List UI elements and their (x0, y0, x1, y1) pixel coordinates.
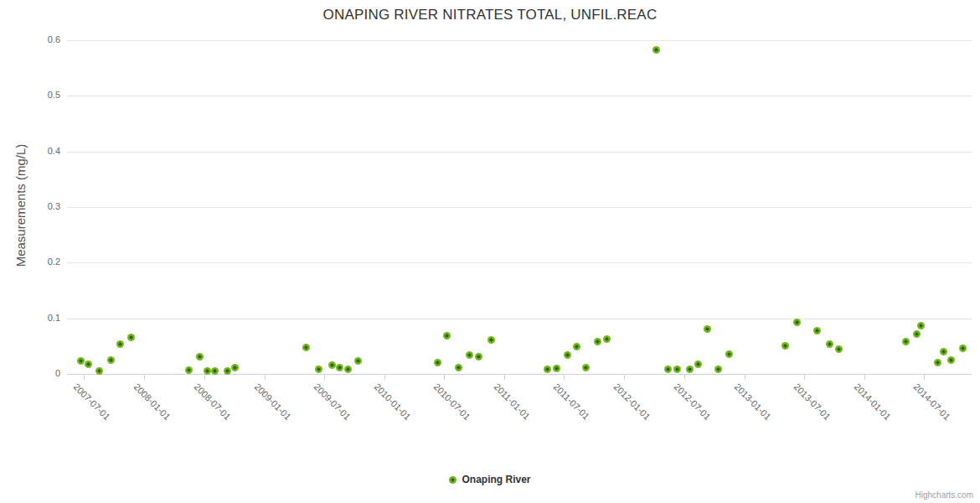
x-axis-tick (564, 375, 565, 380)
x-axis-tick (864, 375, 865, 380)
data-point[interactable] (694, 360, 702, 368)
x-axis-tick-label: 2013-01-01 (732, 381, 772, 422)
x-axis-tick-label: 2008-07-01 (192, 381, 232, 422)
x-axis-tick (84, 375, 85, 380)
data-point[interactable] (917, 322, 925, 329)
data-point[interactable] (95, 367, 103, 375)
x-axis-tick-label: 2013-07-01 (792, 381, 832, 422)
x-axis-tick (684, 375, 685, 380)
legend[interactable]: Onaping River (0, 474, 980, 485)
data-point[interactable] (443, 332, 451, 340)
data-point[interactable] (466, 351, 473, 359)
data-point[interactable] (913, 330, 921, 338)
x-axis-tick (504, 375, 505, 380)
data-point[interactable] (107, 356, 115, 364)
data-point[interactable] (573, 343, 580, 350)
data-point[interactable] (664, 366, 672, 373)
x-axis-tick (624, 375, 625, 380)
data-point[interactable] (434, 359, 441, 366)
x-axis-tick-label: 2009-07-01 (312, 381, 352, 422)
data-point[interactable] (544, 366, 551, 373)
data-point[interactable] (315, 366, 322, 373)
x-axis-tick-label: 2014-07-01 (912, 381, 952, 422)
x-axis-tick-label: 2009-01-01 (252, 381, 292, 422)
data-point[interactable] (959, 345, 967, 352)
data-point[interactable] (781, 342, 789, 350)
y-axis-tick-label: 0 (0, 368, 60, 378)
data-point[interactable] (127, 334, 135, 341)
x-axis-tick (444, 375, 445, 380)
data-point[interactable] (336, 364, 343, 371)
y-gridline (67, 262, 972, 263)
data-point[interactable] (354, 357, 362, 365)
data-point[interactable] (116, 340, 124, 348)
x-axis-tick-label: 2012-01-01 (612, 381, 652, 422)
x-axis-tick (745, 375, 745, 380)
data-point[interactable] (487, 336, 495, 344)
data-point[interactable] (902, 338, 910, 345)
x-axis-tick-label: 2011-07-01 (552, 381, 592, 422)
data-point[interactable] (686, 366, 694, 373)
y-gridline (67, 96, 972, 96)
data-point[interactable] (940, 348, 947, 355)
data-point[interactable] (185, 366, 193, 374)
x-axis-tick (204, 375, 205, 380)
y-gridline (67, 152, 972, 153)
scatter-chart: ONAPING RIVER NITRATES TOTAL, UNFIL.REAC… (0, 0, 980, 503)
x-axis-tick (804, 375, 805, 380)
data-point[interactable] (196, 353, 204, 360)
data-point[interactable] (934, 359, 941, 366)
data-point[interactable] (302, 344, 310, 351)
data-point[interactable] (77, 357, 85, 365)
highcharts-credits-link[interactable]: Highcharts.com (916, 490, 973, 500)
x-axis-tick-label: 2012-07-01 (672, 381, 712, 422)
data-point[interactable] (673, 366, 681, 373)
data-point[interactable] (564, 351, 571, 359)
data-point[interactable] (652, 46, 660, 54)
data-point[interactable] (231, 364, 239, 371)
data-point[interactable] (813, 327, 821, 334)
data-point[interactable] (725, 350, 733, 358)
data-point[interactable] (553, 365, 560, 372)
x-axis-tick-label: 2010-01-01 (372, 381, 412, 422)
data-point[interactable] (826, 340, 833, 348)
y-axis-tick-label: 0.1 (0, 313, 60, 323)
x-axis-tick-label: 2008-01-01 (132, 381, 173, 422)
x-axis-tick-label: 2010-07-01 (431, 381, 472, 422)
legend-marker-icon (449, 476, 456, 484)
y-axis-tick-label: 0.4 (0, 146, 60, 156)
data-point[interactable] (594, 338, 601, 345)
y-axis-tick-label: 0.3 (0, 201, 60, 211)
x-axis-tick (384, 375, 385, 380)
data-point[interactable] (603, 335, 611, 343)
x-axis-tick (144, 375, 145, 380)
data-point[interactable] (455, 364, 462, 371)
y-axis-tick-label: 0.5 (0, 90, 60, 100)
data-point[interactable] (344, 366, 352, 373)
x-axis-tick (265, 375, 266, 380)
data-point[interactable] (475, 353, 482, 360)
data-point[interactable] (85, 360, 92, 368)
data-point[interactable] (704, 325, 711, 333)
y-axis-tick-label: 0.6 (0, 34, 60, 44)
chart-title: ONAPING RIVER NITRATES TOTAL, UNFIL.REAC (0, 7, 980, 23)
legend-series-label: Onaping River (462, 474, 530, 485)
x-axis-tick (924, 375, 925, 380)
data-point[interactable] (835, 345, 843, 353)
x-axis-tick (324, 375, 325, 380)
y-gridline (67, 40, 972, 41)
y-gridline (67, 207, 972, 208)
y-axis-tick-label: 0.2 (0, 257, 60, 267)
data-point[interactable] (793, 319, 801, 326)
y-gridline (67, 319, 972, 319)
data-point[interactable] (582, 364, 590, 371)
x-axis-tick-label: 2014-01-01 (853, 381, 893, 422)
x-axis-tick-label: 2011-01-01 (493, 381, 533, 422)
x-axis-tick-label: 2007-07-01 (72, 381, 112, 422)
data-point[interactable] (714, 366, 722, 373)
data-point[interactable] (947, 356, 955, 364)
x-axis-line (67, 374, 972, 375)
